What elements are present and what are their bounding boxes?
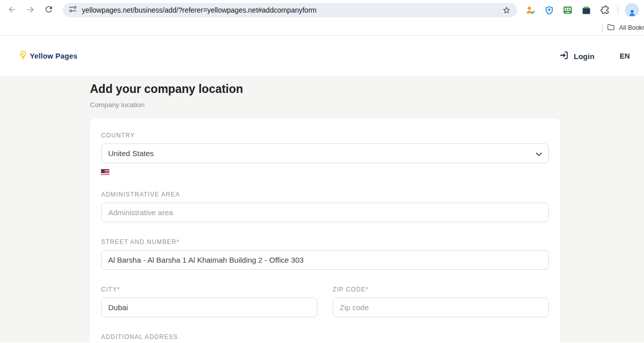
city-label: CITY* bbox=[101, 286, 317, 293]
chevron-down-icon bbox=[536, 149, 542, 158]
company-location-form: COUNTRY United States ADMINISTRATIVE ARE… bbox=[90, 119, 560, 343]
all-bookmarks-button[interactable]: All Bookma bbox=[602, 23, 644, 33]
language-selector[interactable]: EN bbox=[620, 52, 630, 60]
page-title: Add your company location bbox=[90, 81, 644, 96]
toolbar-separator bbox=[618, 6, 618, 15]
street-label: STREET AND NUMBER* bbox=[101, 238, 549, 246]
yellow-pages-logo[interactable]: Yellow Pages bbox=[19, 50, 77, 63]
zip-input[interactable] bbox=[333, 298, 549, 317]
url-text[interactable]: yellowpages.net/business/add/?referer=ye… bbox=[82, 6, 500, 14]
roboform-extension-icon[interactable] bbox=[562, 4, 574, 16]
street-field-group: STREET AND NUMBER* bbox=[101, 238, 549, 270]
login-label: Login bbox=[574, 52, 594, 61]
back-button[interactable] bbox=[4, 2, 20, 18]
extensions-puzzle-icon[interactable] bbox=[599, 4, 611, 16]
bookmark-star-icon[interactable] bbox=[500, 4, 513, 17]
browser-toolbar: yellowpages.net/business/add/?referer=ye… bbox=[0, 0, 644, 20]
administrative-area-field-group: ADMINISTRATIVE AREA bbox=[101, 191, 549, 222]
additional-address-label: ADDITIONAL ADDRESS bbox=[101, 333, 549, 340]
briefcase-extension-icon[interactable] bbox=[580, 4, 592, 16]
zip-label: ZIP CODE* bbox=[333, 286, 549, 293]
site-settings-icon[interactable] bbox=[69, 5, 77, 15]
site-header: Yellow Pages Login EN bbox=[0, 36, 644, 76]
address-bar[interactable]: yellowpages.net/business/add/?referer=ye… bbox=[63, 3, 517, 17]
logo-text: Yellow Pages bbox=[30, 52, 77, 60]
profile-avatar[interactable] bbox=[625, 3, 639, 17]
forward-button[interactable] bbox=[22, 2, 38, 18]
us-flag-icon bbox=[101, 169, 109, 175]
country-field-group: COUNTRY United States bbox=[101, 132, 549, 175]
city-field-group: CITY* bbox=[101, 286, 317, 317]
administrative-area-input[interactable] bbox=[101, 203, 549, 222]
bookmarks-bar: All Bookma bbox=[0, 20, 644, 36]
country-label: COUNTRY bbox=[101, 132, 549, 139]
country-selected-value: United States bbox=[108, 149, 154, 158]
extensions-area bbox=[524, 3, 639, 17]
shield-vpn-extension-icon[interactable] bbox=[543, 4, 555, 16]
country-select[interactable]: United States bbox=[101, 143, 549, 163]
reload-icon bbox=[44, 5, 54, 16]
login-button[interactable]: Login bbox=[559, 50, 594, 62]
zip-field-group: ZIP CODE* bbox=[333, 286, 549, 317]
page-body: Add your company location Company locati… bbox=[0, 76, 644, 342]
person-check-extension-icon[interactable] bbox=[524, 4, 536, 16]
page-subtitle: Company location bbox=[90, 101, 644, 110]
browser-window: yellowpages.net/business/add/?referer=ye… bbox=[0, 0, 644, 343]
lightbulb-icon bbox=[19, 50, 27, 63]
administrative-area-label: ADMINISTRATIVE AREA bbox=[101, 191, 549, 198]
city-zip-row: CITY* ZIP CODE* bbox=[101, 286, 549, 317]
reload-button[interactable] bbox=[40, 2, 57, 18]
street-input[interactable] bbox=[101, 250, 549, 270]
bookmarks-separator bbox=[602, 23, 603, 32]
back-icon bbox=[7, 5, 17, 16]
forward-icon bbox=[25, 5, 35, 16]
folder-icon bbox=[607, 23, 615, 33]
sign-in-icon bbox=[559, 50, 569, 62]
city-input[interactable] bbox=[101, 298, 317, 317]
additional-address-field-group: ADDITIONAL ADDRESS bbox=[101, 333, 549, 340]
all-bookmarks-label: All Bookma bbox=[619, 24, 644, 31]
header-actions: Login EN bbox=[559, 50, 630, 62]
